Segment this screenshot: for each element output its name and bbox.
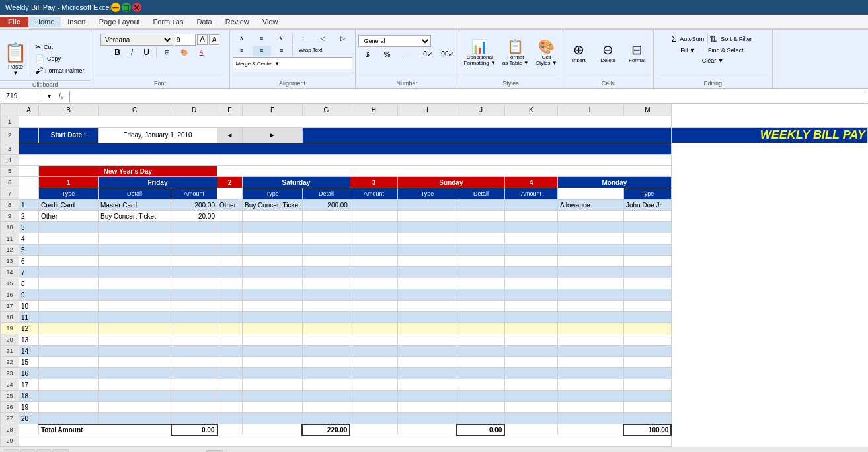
menu-view[interactable]: View [256,17,285,27]
col-F[interactable]: F [243,104,303,116]
menu-formulas[interactable]: Formulas [147,17,190,27]
table-row: 2720 [1,413,868,424]
font-size-increase[interactable]: A [197,34,208,45]
autosum-button[interactable]: AutoSum [678,34,706,44]
paste-button[interactable]: 📋 Paste ▼ [1,40,30,77]
col-E[interactable]: E [217,104,243,116]
sheet-tabs: |◄ ◄ ► ►| Weekly Bill Payment and Holida… [0,447,868,452]
number-label: Number [358,79,456,87]
decrease-decimal-button[interactable]: .0↙ [418,49,436,59]
percent-button[interactable]: % [378,49,397,59]
indent-increase-button[interactable]: ▷ [334,34,352,44]
cell-reference-input[interactable] [3,91,42,102]
formula-expand-button[interactable]: ▾ [45,93,54,100]
col-H[interactable]: H [350,104,397,116]
conditional-formatting-button[interactable]: 📊 ConditionalFormatting ▼ [462,34,498,71]
col-C[interactable]: C [99,104,171,116]
copy-icon: 📄 [35,54,45,63]
wrap-text-button[interactable]: Wrap Text [294,46,327,56]
clear-button[interactable]: Clear ▼ [672,56,754,65]
formula-input[interactable] [69,91,865,102]
align-center-button[interactable]: ≡ [253,46,271,56]
delete-button[interactable]: ⊖ Delete [595,34,621,71]
col-D[interactable]: D [171,104,217,116]
col-K[interactable]: K [504,104,557,116]
col-M[interactable]: M [623,104,671,116]
indent-decrease-button[interactable]: ◁ [314,34,333,44]
corner-cell [1,104,19,116]
format-as-table-button[interactable]: 📋 Formatas Table ▼ [500,34,531,71]
sheet-tab-prev[interactable]: |◄ [3,449,19,452]
increase-decimal-button[interactable]: .00↙ [438,49,456,59]
clipboard-label: Clipboard [0,80,91,88]
day2-num: 2 [217,177,243,188]
align-bottom-button[interactable]: ⊻ [272,34,291,44]
date-nav-prev[interactable]: ◄ [217,128,243,143]
sheet-tab-last[interactable]: ►| [52,449,69,452]
col-A[interactable]: A [19,104,39,116]
menu-data[interactable]: Data [190,17,218,27]
fill-button[interactable]: Fill ▼ [672,46,705,55]
total-day1: 0.00 [171,424,217,435]
table-row: 2114 [1,346,868,357]
bold-button[interactable]: B [111,46,124,58]
currency-button[interactable]: $ [358,49,377,59]
col-L[interactable]: L [557,104,623,116]
menu-review[interactable]: Review [219,17,256,27]
font-size-decrease[interactable]: A [209,34,219,45]
border-button[interactable]: ⊞ [159,48,175,57]
start-date-label: Start Date : [39,128,99,143]
file-tab[interactable]: File [0,17,28,27]
title-bar: Weekly Bill Pay - Microsoft Excel ─ □ ✕ [0,0,868,15]
align-left-button[interactable]: ≡ [233,46,251,56]
table-row: 2518 [1,391,868,402]
maximize-button[interactable]: □ [122,3,131,12]
sheet-tab-right[interactable]: ► [36,449,51,452]
menu-insert[interactable]: Insert [61,17,93,27]
weekly-title: WEEKLY BILL PAY [671,128,867,143]
text-direction-button[interactable]: ↕ [294,34,313,44]
format-button[interactable]: ⊟ Format [624,34,651,71]
start-date-value[interactable]: Friday, January 1, 2010 [99,128,217,143]
clipboard-group: 📋 Paste ▼ ✂ Cut 📄 Copy 🖌 Format Painter [0,30,91,88]
col-G[interactable]: G [302,104,350,116]
table-row: 2215 [1,357,868,368]
conditional-formatting-icon: 📊 [471,38,488,54]
merge-center-button[interactable]: Merge & Center ▼ [233,57,352,69]
comma-button[interactable]: , [398,49,416,59]
fill-color-button[interactable]: 🎨 [177,48,192,57]
copy-button[interactable]: 📄 Copy [33,53,87,65]
day2-name: Saturday [243,177,350,188]
date-nav-next[interactable]: ► [243,128,303,143]
col-I[interactable]: I [397,104,457,116]
insert-button[interactable]: ⊕ Insert [566,34,592,71]
col-B[interactable]: B [39,104,99,116]
italic-button[interactable]: I [126,46,139,58]
align-middle-button[interactable]: ≡ [253,34,271,44]
col-J[interactable]: J [457,104,504,116]
find-select-button[interactable]: Find & Select [706,46,746,55]
table-row: 1 [1,116,868,128]
table-row: 29 [1,435,868,447]
cut-button[interactable]: ✂ Cut [33,41,87,53]
styles-label: Styles [462,79,560,87]
sort-filter-button[interactable]: Sort & Filter [719,34,754,44]
font-size-input[interactable] [175,34,196,46]
font-color-button[interactable]: A [194,48,210,57]
format-painter-button[interactable]: 🖌 Format Painter [33,65,87,77]
minimize-button[interactable]: ─ [111,3,120,12]
total-label: Total Amount [39,424,171,435]
close-button[interactable]: ✕ [132,3,141,12]
cell-styles-button[interactable]: 🎨 CellStyles ▼ [533,34,560,71]
sheet-tab-left[interactable]: ◄ [20,449,35,452]
number-format-select[interactable]: General [358,35,431,47]
cell-styles-icon: 🎨 [538,38,555,54]
menu-page-layout[interactable]: Page Layout [93,17,147,27]
align-top-button[interactable]: ⊼ [233,34,251,44]
underline-button[interactable]: U [140,46,153,58]
format-table-icon: 📋 [507,38,524,54]
table-row: 114 [1,233,868,245]
menu-home[interactable]: Home [28,17,61,27]
align-right-button[interactable]: ≡ [272,46,291,56]
font-name-select[interactable]: Verdana [100,34,173,46]
